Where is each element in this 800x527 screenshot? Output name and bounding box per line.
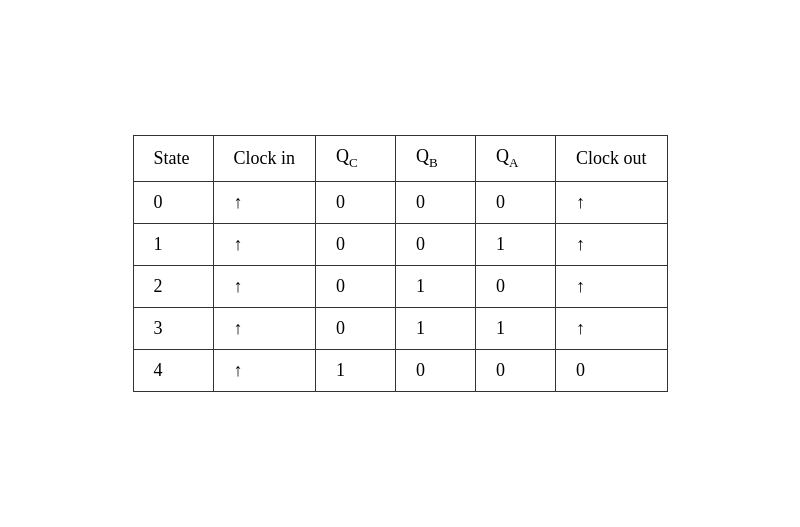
- cell-qc: 0: [316, 265, 396, 307]
- cell-state: 1: [133, 223, 213, 265]
- table-row: 1↑001↑: [133, 223, 667, 265]
- cell-clock-out: 0: [556, 349, 668, 391]
- state-table: State Clock in QC QB QA Clock out 0↑000↑…: [133, 135, 668, 392]
- header-clock-out: Clock out: [556, 136, 668, 182]
- cell-qa: 1: [476, 307, 556, 349]
- cell-clock-in: ↑: [213, 349, 316, 391]
- cell-qb: 1: [396, 265, 476, 307]
- cell-qc: 0: [316, 307, 396, 349]
- cell-qc: 0: [316, 181, 396, 223]
- table-row: 2↑010↑: [133, 265, 667, 307]
- table-wrapper: State Clock in QC QB QA Clock out 0↑000↑…: [0, 0, 800, 527]
- cell-qb: 0: [396, 223, 476, 265]
- cell-clock-in: ↑: [213, 181, 316, 223]
- cell-state: 3: [133, 307, 213, 349]
- header-row: State Clock in QC QB QA Clock out: [133, 136, 667, 182]
- cell-qa: 0: [476, 181, 556, 223]
- cell-qb: 1: [396, 307, 476, 349]
- table-row: 4↑1000: [133, 349, 667, 391]
- cell-qb: 0: [396, 349, 476, 391]
- header-qc: QC: [316, 136, 396, 182]
- cell-clock-in: ↑: [213, 223, 316, 265]
- cell-qa: 0: [476, 265, 556, 307]
- cell-clock-in: ↑: [213, 265, 316, 307]
- cell-qc: 0: [316, 223, 396, 265]
- cell-qc: 1: [316, 349, 396, 391]
- cell-qb: 0: [396, 181, 476, 223]
- cell-clock-out: ↑: [556, 223, 668, 265]
- cell-state: 0: [133, 181, 213, 223]
- cell-qa: 1: [476, 223, 556, 265]
- table-row: 0↑000↑: [133, 181, 667, 223]
- cell-state: 4: [133, 349, 213, 391]
- header-qa: QA: [476, 136, 556, 182]
- header-qb: QB: [396, 136, 476, 182]
- cell-clock-in: ↑: [213, 307, 316, 349]
- header-state: State: [133, 136, 213, 182]
- cell-qa: 0: [476, 349, 556, 391]
- cell-clock-out: ↑: [556, 265, 668, 307]
- cell-state: 2: [133, 265, 213, 307]
- table-row: 3↑011↑: [133, 307, 667, 349]
- header-clock-in: Clock in: [213, 136, 316, 182]
- cell-clock-out: ↑: [556, 307, 668, 349]
- cell-clock-out: ↑: [556, 181, 668, 223]
